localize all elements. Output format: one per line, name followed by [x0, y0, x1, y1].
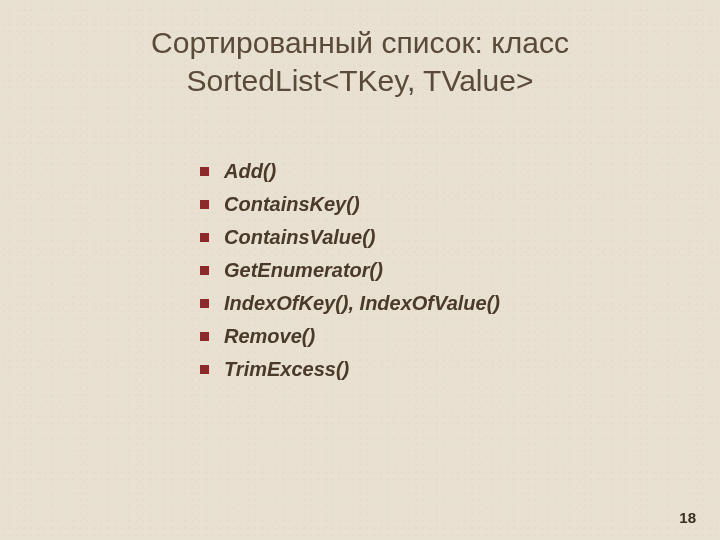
- list-item-label: ContainsValue(): [224, 226, 376, 248]
- bullet-icon: [200, 332, 209, 341]
- list-item: ContainsKey(): [200, 188, 660, 221]
- list-item: Add(): [200, 155, 660, 188]
- bullet-icon: [200, 167, 209, 176]
- bullet-icon: [200, 266, 209, 275]
- list-item-label: TrimExcess(): [224, 358, 349, 380]
- list-item-label: GetEnumerator(): [224, 259, 383, 281]
- list-item-label: Remove(): [224, 325, 315, 347]
- list-item: TrimExcess(): [200, 353, 660, 386]
- bullet-icon: [200, 233, 209, 242]
- slide-content: Add() ContainsKey() ContainsValue() GetE…: [200, 155, 660, 386]
- list-item: Remove(): [200, 320, 660, 353]
- bullet-icon: [200, 365, 209, 374]
- list-item: IndexOfKey(), IndexOfValue(): [200, 287, 660, 320]
- list-item: GetEnumerator(): [200, 254, 660, 287]
- page-number: 18: [679, 509, 696, 526]
- slide: Сортированный список: класс SortedList<T…: [0, 0, 720, 540]
- list-item-label: IndexOfKey(), IndexOfValue(): [224, 292, 500, 314]
- bullet-icon: [200, 200, 209, 209]
- bullet-icon: [200, 299, 209, 308]
- slide-title: Сортированный список: класс SortedList<T…: [0, 24, 720, 99]
- list-item-label: Add(): [224, 160, 276, 182]
- method-list: Add() ContainsKey() ContainsValue() GetE…: [200, 155, 660, 386]
- list-item-label: ContainsKey(): [224, 193, 360, 215]
- list-item: ContainsValue(): [200, 221, 660, 254]
